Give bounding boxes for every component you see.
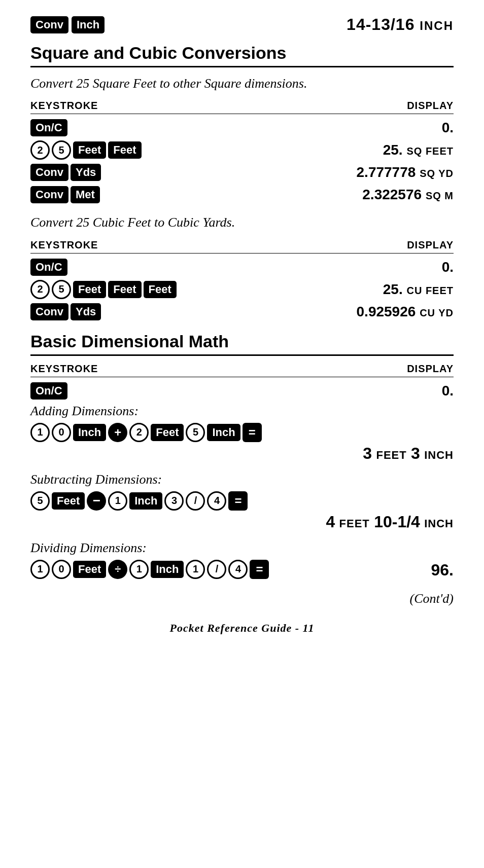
kd-display-onc1: 0. xyxy=(442,120,454,136)
key-conv2[interactable]: Conv xyxy=(30,186,68,203)
subsection-square: Convert 25 Square Feet to other Square d… xyxy=(30,75,454,204)
kd-display-sqyd: 2.777778 SQ YD xyxy=(357,164,454,180)
key-feet3[interactable]: Feet xyxy=(73,281,106,298)
key-conv3[interactable]: Conv xyxy=(30,303,68,320)
key-2a[interactable]: 2 xyxy=(30,140,50,160)
dim-dividing: Dividing Dimensions: 1 0 Feet ÷ 1 Inch 1… xyxy=(30,540,454,581)
key-minus[interactable]: − xyxy=(87,491,106,511)
dividing-display: 96. xyxy=(431,561,454,580)
kd-keys-onc3: On/C xyxy=(30,382,67,400)
adding-label: Adding Dimensions: xyxy=(30,404,454,419)
kd-header3: KEYSTROKE DISPLAY xyxy=(30,363,454,375)
key-4b[interactable]: 4 xyxy=(228,560,248,579)
kd-display-25cuft: 25. CU FEET xyxy=(383,281,454,298)
key-inch3[interactable]: Inch xyxy=(129,492,162,510)
keystroke-label3: KEYSTROKE xyxy=(30,363,98,375)
key-feet1[interactable]: Feet xyxy=(73,141,106,159)
thin-divider2 xyxy=(30,253,454,254)
kd-row-onc1: On/C 0. xyxy=(30,118,454,137)
dividing-label: Dividing Dimensions: xyxy=(30,540,454,556)
key-1g[interactable]: 1 xyxy=(186,560,205,579)
key-5d[interactable]: 5 xyxy=(30,491,50,511)
kd-row-onc3: On/C 0. xyxy=(30,381,454,401)
thin-divider3 xyxy=(30,377,454,377)
key-div[interactable]: ÷ xyxy=(108,560,127,579)
section1-title: Square and Cubic Conversions xyxy=(30,43,454,63)
key-eq2[interactable]: = xyxy=(228,491,248,511)
kd-row-cuyd: Conv Yds 0.925926 CU YD xyxy=(30,302,454,321)
key-plus[interactable]: + xyxy=(108,423,127,442)
key-onc2[interactable]: On/C xyxy=(30,259,67,276)
key-feet7[interactable]: Feet xyxy=(52,492,85,510)
section-square-cubic: Square and Cubic Conversions Convert 25 … xyxy=(30,43,454,321)
kd-keys-onc2: On/C xyxy=(30,259,67,276)
key-1e[interactable]: 1 xyxy=(30,560,50,579)
adding-display: 3 FEET 3 INCH xyxy=(30,444,454,463)
key-feet2[interactable]: Feet xyxy=(108,141,141,159)
key-slash1[interactable]: / xyxy=(186,491,205,511)
key-feet5[interactable]: Feet xyxy=(144,281,177,298)
kd-keys-25sqft: 2 5 Feet Feet xyxy=(30,140,142,160)
display-label2: DISPLAY xyxy=(407,239,454,251)
key-2b[interactable]: 2 xyxy=(30,280,50,299)
key-0a[interactable]: 0 xyxy=(52,423,71,442)
key-slash2[interactable]: / xyxy=(207,560,226,579)
kd-keys-cuyd: Conv Yds xyxy=(30,303,101,320)
kd-row-25cuft: 2 5 Feet Feet Feet 25. CU FEET xyxy=(30,280,454,299)
kd-row-25sqft: 2 5 Feet Feet 25. SQ FEET xyxy=(30,140,454,160)
key-4a[interactable]: 4 xyxy=(207,491,226,511)
inch-badge: Inch xyxy=(72,16,105,33)
key-5a[interactable]: 5 xyxy=(52,140,71,160)
key-2c[interactable]: 2 xyxy=(129,423,149,442)
keystroke-label2: KEYSTROKE xyxy=(30,239,98,251)
kd-display-sqm: 2.322576 SQ M xyxy=(362,187,454,203)
key-eq1[interactable]: = xyxy=(243,423,262,442)
kd-header2: KEYSTROKE DISPLAY xyxy=(30,239,454,251)
dim-subtracting: Subtracting Dimensions: 5 Feet − 1 Inch … xyxy=(30,472,454,531)
key-1c[interactable]: 1 xyxy=(30,423,50,442)
key-eq3[interactable]: = xyxy=(250,560,269,579)
key-feet8[interactable]: Feet xyxy=(73,561,106,578)
key-feet4[interactable]: Feet xyxy=(108,281,141,298)
key-1f[interactable]: 1 xyxy=(129,560,149,579)
kd-keys-sqm: Conv Met xyxy=(30,186,100,203)
footer: Pocket Reference Guide - 11 xyxy=(30,622,454,635)
kd-row-onc2: On/C 0. xyxy=(30,258,454,277)
key-1d[interactable]: 1 xyxy=(108,491,127,511)
kd-row-sqyd: Conv Yds 2.777778 SQ YD xyxy=(30,163,454,182)
kd-display-25sqft: 25. SQ FEET xyxy=(383,142,454,158)
footer-text: Pocket Reference Guide - 11 xyxy=(170,622,315,634)
key-0b[interactable]: 0 xyxy=(52,560,71,579)
key-onc3[interactable]: On/C xyxy=(30,382,67,400)
key-inch2[interactable]: Inch xyxy=(207,424,240,441)
subtracting-label: Subtracting Dimensions: xyxy=(30,472,454,487)
dividing-row: 1 0 Feet ÷ 1 Inch 1 / 4 = 96. xyxy=(30,560,454,581)
thin-divider1 xyxy=(30,114,454,114)
kd-row-sqm: Conv Met 2.322576 SQ M xyxy=(30,185,454,204)
kd-header1: KEYSTROKE DISPLAY xyxy=(30,100,454,112)
display-label1: DISPLAY xyxy=(407,100,454,112)
divider2 xyxy=(30,354,454,356)
key-met1[interactable]: Met xyxy=(71,186,100,203)
key-yds2[interactable]: Yds xyxy=(71,303,101,320)
key-5b[interactable]: 5 xyxy=(52,280,71,299)
key-inch1[interactable]: Inch xyxy=(73,424,106,441)
subsection-cubic: Convert 25 Cubic Feet to Cubic Yards. KE… xyxy=(30,213,454,321)
kd-display-cuyd: 0.925926 CU YD xyxy=(357,304,454,320)
divider1 xyxy=(30,66,454,67)
header-badges: Conv Inch xyxy=(30,16,105,33)
key-5c[interactable]: 5 xyxy=(186,423,205,442)
key-conv1[interactable]: Conv xyxy=(30,164,68,181)
section-basic-dim: Basic Dimensional Math KEYSTROKE DISPLAY… xyxy=(30,332,454,581)
key-feet6[interactable]: Feet xyxy=(151,424,184,441)
desc1: Convert 25 Square Feet to other Square d… xyxy=(30,75,454,93)
desc2: Convert 25 Cubic Feet to Cubic Yards. xyxy=(30,213,454,232)
contd: (Cont'd) xyxy=(30,591,454,606)
key-onc1[interactable]: On/C xyxy=(30,119,67,136)
keystroke-label1: KEYSTROKE xyxy=(30,100,98,112)
key-3a[interactable]: 3 xyxy=(164,491,184,511)
key-inch4[interactable]: Inch xyxy=(151,561,184,578)
dim-adding: Adding Dimensions: 1 0 Inch + 2 Feet 5 I… xyxy=(30,404,454,463)
kd-keys-sqyd: Conv Yds xyxy=(30,164,101,181)
key-yds1[interactable]: Yds xyxy=(71,164,101,181)
